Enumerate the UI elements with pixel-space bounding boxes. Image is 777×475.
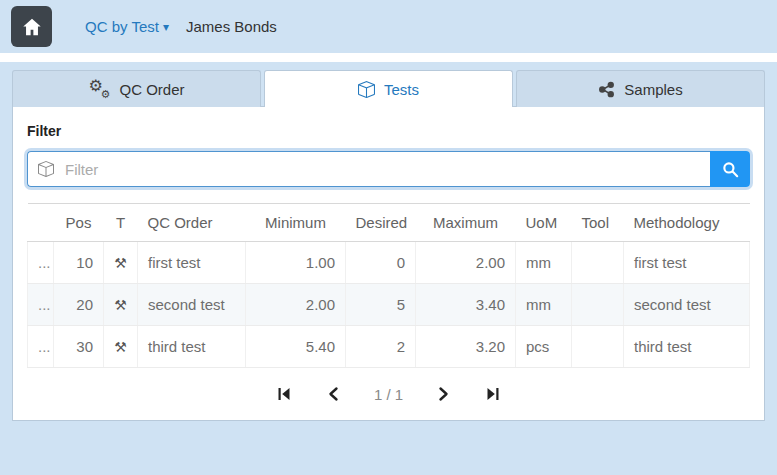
previous-page-button[interactable] [324,384,344,404]
next-page-button[interactable] [433,384,453,404]
pos-cell: 30 [54,326,104,368]
skip-end-icon [485,386,501,402]
methodology-cell: first test [624,242,750,284]
column-header-qc-order[interactable]: QC Order [138,204,246,242]
column-header-pos[interactable]: Pos [54,204,104,242]
row-actions-cell[interactable]: ... [28,242,54,284]
tab-qc-order[interactable]: ⚙⚙ QC Order [12,70,261,107]
column-header-minimum[interactable]: Minimum [246,204,346,242]
tab-samples[interactable]: Samples [516,70,765,107]
column-header-methodology[interactable]: Methodology [624,204,750,242]
filter-input[interactable] [63,160,700,179]
chevron-left-icon [326,386,342,402]
tool-cell [572,284,624,326]
methodology-cell: second test [624,284,750,326]
caret-down-icon: ▾ [163,21,169,33]
tools-icon: ⚒ [104,242,138,284]
pagination: 1 / 1 [27,384,750,404]
uom-cell: mm [516,284,572,326]
uom-cell: mm [516,242,572,284]
table-row[interactable]: ... 30 ⚒ third test 5.40 2 3.20 pcs thir… [28,326,750,368]
top-bar: QC by Test ▾ James Bonds [0,0,777,53]
tests-tab-content: Filter [12,106,765,421]
share-nodes-icon [598,81,615,98]
pos-cell: 10 [54,242,104,284]
column-header-t[interactable]: T [104,204,138,242]
uom-cell: pcs [516,326,572,368]
home-button[interactable] [11,6,52,47]
minimum-cell: 2.00 [246,284,346,326]
filter-input-wrap [27,151,710,187]
last-page-button[interactable] [483,384,503,404]
app-window: QC by Test ▾ James Bonds ⚙⚙ QC Order Tes… [0,0,777,475]
tools-icon: ⚒ [104,284,138,326]
column-header-more[interactable] [28,204,54,242]
skip-start-icon [276,386,292,402]
tab-tests[interactable]: Tests [264,70,513,107]
search-button[interactable] [710,151,750,187]
gears-icon: ⚙⚙ [88,79,110,99]
table-row[interactable]: ... 20 ⚒ second test 2.00 5 3.40 mm seco… [28,284,750,326]
column-header-desired[interactable]: Desired [346,204,416,242]
tab-label: Tests [384,81,419,98]
chevron-right-icon [435,386,451,402]
home-icon [21,16,43,38]
pos-cell: 20 [54,284,104,326]
tests-table: Pos T QC Order Minimum Desired Maximum U… [27,203,750,368]
user-name: James Bonds [186,18,277,35]
tools-icon: ⚒ [104,326,138,368]
tool-cell [572,326,624,368]
qc-order-cell: first test [138,242,246,284]
column-header-tool[interactable]: Tool [572,204,624,242]
search-icon [722,161,739,178]
page-indicator: 1 / 1 [374,386,403,403]
column-header-uom[interactable]: UoM [516,204,572,242]
tab-label: QC Order [119,81,184,98]
qc-order-cell: third test [138,326,246,368]
box-icon [358,81,375,98]
maximum-cell: 3.20 [416,326,516,368]
desired-cell: 5 [346,284,416,326]
qc-by-test-dropdown[interactable]: QC by Test ▾ [85,18,169,35]
qc-order-cell: second test [138,284,246,326]
desired-cell: 2 [346,326,416,368]
desired-cell: 0 [346,242,416,284]
tab-bar: ⚙⚙ QC Order Tests Samples [12,70,765,107]
main-panel: ⚙⚙ QC Order Tests Samples Filter [0,62,777,475]
tab-label: Samples [624,81,682,98]
maximum-cell: 2.00 [416,242,516,284]
table-row[interactable]: ... 10 ⚒ first test 1.00 0 2.00 mm first… [28,242,750,284]
methodology-cell: third test [624,326,750,368]
menu-label: QC by Test [85,18,159,35]
minimum-cell: 1.00 [246,242,346,284]
row-actions-cell[interactable]: ... [28,284,54,326]
maximum-cell: 3.40 [416,284,516,326]
table-header-row: Pos T QC Order Minimum Desired Maximum U… [28,204,750,242]
minimum-cell: 5.40 [246,326,346,368]
tool-cell [572,242,624,284]
filter-input-group [27,151,750,187]
box-icon [38,161,54,177]
filter-heading: Filter [27,123,750,139]
row-actions-cell[interactable]: ... [28,326,54,368]
column-header-maximum[interactable]: Maximum [416,204,516,242]
first-page-button[interactable] [274,384,294,404]
